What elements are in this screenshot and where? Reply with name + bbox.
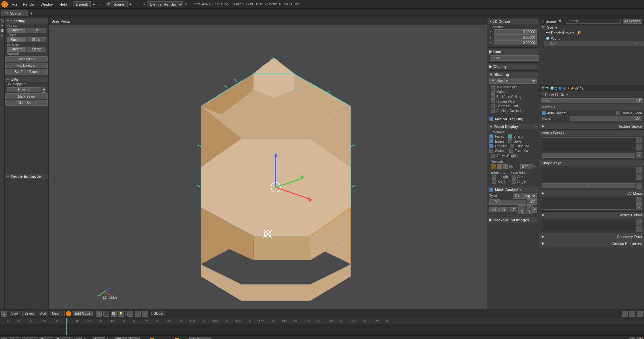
viewport-render-icon[interactable] bbox=[66, 311, 71, 316]
axis-check-icon[interactable]: ✓ bbox=[533, 207, 537, 213]
area-chk[interactable] bbox=[512, 175, 516, 179]
end-frame-input[interactable] bbox=[115, 337, 127, 339]
render-engine-select[interactable]: Blender Render bbox=[147, 1, 183, 7]
double-sided-chk[interactable] bbox=[616, 111, 620, 115]
display-header[interactable]: ▶ Display bbox=[488, 64, 538, 69]
bevel-overlay-chk[interactable] bbox=[508, 139, 512, 143]
play-btn[interactable]: ▶ bbox=[168, 338, 172, 339]
props-physics-icon[interactable]: ⚡ bbox=[570, 86, 574, 90]
menu-file[interactable]: File bbox=[9, 2, 20, 7]
facema-overlay-chk[interactable] bbox=[509, 149, 513, 153]
depth-of-field-chk[interactable] bbox=[491, 104, 495, 108]
seams-overlay-chk[interactable] bbox=[489, 149, 493, 153]
texture-btn[interactable]: 🖼 bbox=[111, 311, 117, 317]
edges-smooth-btn[interactable]: Smooth bbox=[7, 37, 26, 42]
angle2-chk[interactable] bbox=[512, 179, 516, 184]
props-modifiers-icon[interactable]: 🔧 bbox=[580, 86, 584, 90]
sk-slider[interactable]: — bbox=[542, 183, 635, 188]
hidden-wire-chk[interactable] bbox=[491, 99, 495, 103]
mesh-analysis-chk[interactable] bbox=[489, 188, 493, 192]
uv-maps-header[interactable]: ▶ UV Maps bbox=[539, 190, 644, 196]
scene-tab-close[interactable]: × bbox=[22, 12, 24, 15]
marker-btn[interactable]: Marker bbox=[22, 337, 38, 339]
sk-minus-btn[interactable]: - bbox=[636, 183, 642, 189]
solid-btn[interactable]: ⬛ bbox=[103, 311, 109, 317]
remove-vc-btn[interactable]: - bbox=[636, 226, 642, 232]
edit-mode-btn[interactable]: Edit Mode bbox=[73, 311, 93, 316]
proportional-icon[interactable]: ○ bbox=[142, 311, 148, 317]
motion-tracking-title[interactable]: Motion Tracking bbox=[495, 117, 523, 121]
lock-icon[interactable]: 🔒 bbox=[76, 337, 82, 339]
unwrap-btn[interactable]: Unwrap bbox=[7, 87, 41, 92]
play-reverse-btn[interactable]: ◀ bbox=[157, 338, 161, 339]
set-from-faces-btn[interactable]: Set From Faces bbox=[5, 69, 48, 75]
cube-eye-icon[interactable]: 👁 bbox=[635, 42, 638, 45]
props-constraints-icon[interactable]: 🔗 bbox=[575, 86, 579, 90]
scene-row[interactable]: 🎬 Scene bbox=[539, 25, 644, 30]
current-frame-input[interactable] bbox=[128, 337, 140, 339]
props-material-icon[interactable]: 🔵 bbox=[558, 86, 562, 90]
props-mesh-icon[interactable]: ◻ bbox=[555, 86, 557, 90]
edges-sharp-btn[interactable]: Sharp bbox=[27, 37, 47, 42]
outliner-search-input[interactable] bbox=[566, 19, 621, 24]
stop-btn[interactable]: ⏹ bbox=[162, 338, 167, 339]
flip-direction-btn[interactable]: Flip Direction bbox=[5, 63, 48, 68]
timeline-playhead[interactable] bbox=[66, 318, 67, 324]
menu-help[interactable]: Help bbox=[57, 2, 69, 7]
shape-keys-header[interactable]: Shape Keys bbox=[539, 160, 644, 166]
recalculate-btn[interactable]: Recalculate bbox=[5, 56, 48, 62]
item-name-input[interactable] bbox=[490, 55, 539, 61]
props-scene-icon[interactable]: 🎬 bbox=[540, 86, 545, 90]
vertices-smooth-btn[interactable]: Smooth bbox=[7, 47, 26, 52]
unwrap-dropdown[interactable]: ▾ bbox=[42, 87, 46, 93]
normals-section-header[interactable]: Normals bbox=[539, 104, 644, 110]
add-shape-key-btn[interactable]: + bbox=[636, 167, 642, 173]
length-chk[interactable] bbox=[492, 175, 496, 179]
playback-btn[interactable]: Playback bbox=[55, 337, 73, 339]
cube-render-icon[interactable]: ◻ bbox=[640, 42, 642, 45]
type-select[interactable]: Overhang bbox=[513, 193, 537, 199]
timeline-track[interactable] bbox=[0, 324, 644, 335]
vg-minus-btn[interactable]: - bbox=[636, 152, 642, 158]
manip-icon[interactable] bbox=[127, 311, 133, 317]
multitexture-select[interactable]: Multitexture bbox=[489, 78, 537, 84]
props-texture-icon[interactable]: 🖼 bbox=[563, 86, 566, 90]
edges-overlay-chk[interactable] bbox=[489, 139, 493, 143]
range-max-val[interactable]: 45° bbox=[527, 199, 537, 205]
custom-properties-header[interactable]: ▶ Custom Properties bbox=[539, 240, 644, 247]
rotate-icon[interactable] bbox=[629, 311, 635, 317]
props-particles-icon[interactable]: ✦ bbox=[567, 86, 570, 90]
uvs-panel-title[interactable]: ▼ UVs bbox=[5, 77, 48, 82]
frame-btn[interactable]: Frame bbox=[39, 337, 53, 339]
geometry-data-header[interactable]: ▶ Geometry Data bbox=[539, 233, 644, 240]
jump-start-btn[interactable]: ⏮ bbox=[143, 338, 148, 339]
z-value[interactable]: 0.00000 bbox=[494, 40, 537, 45]
range-slider[interactable] bbox=[500, 200, 526, 205]
item-header[interactable]: ▶ Item bbox=[488, 49, 538, 55]
ambient-occlusion-chk[interactable] bbox=[491, 109, 495, 113]
add-uv-map-btn[interactable]: + bbox=[636, 197, 642, 204]
tools-icon[interactable]: 🔧 bbox=[0, 19, 4, 23]
menu-render[interactable]: Render bbox=[21, 2, 37, 7]
sync-select[interactable]: No Sync bbox=[189, 337, 211, 339]
vertices-sharp-btn[interactable]: Sharp bbox=[27, 47, 47, 52]
motion-tracking-chk[interactable] bbox=[489, 117, 493, 121]
background-images-header[interactable]: ▶ Background Images bbox=[488, 217, 538, 223]
normals-btn2[interactable] bbox=[497, 164, 502, 169]
menu-window[interactable]: Window bbox=[39, 2, 56, 7]
keys-icon[interactable]: 🔑 bbox=[637, 337, 643, 339]
view-pb-btn[interactable]: View bbox=[9, 337, 21, 339]
backface-culling-chk[interactable] bbox=[491, 94, 495, 99]
normals-btn1[interactable] bbox=[491, 164, 496, 169]
toggle-editmode-title[interactable]: ▼ Toggle Editmode ⋯ bbox=[5, 174, 48, 179]
viewport-type-icon[interactable]: 🖥 bbox=[1, 311, 7, 317]
add-btn[interactable]: Add bbox=[38, 311, 48, 316]
shading-header[interactable]: ▼ Shading bbox=[488, 72, 538, 77]
shading-panel-title[interactable]: ▼ Shading bbox=[5, 18, 48, 24]
auto-smooth-chk[interactable] bbox=[542, 111, 546, 115]
world-row[interactable]: 🌍 World bbox=[544, 36, 644, 41]
creases-overlay-chk[interactable] bbox=[489, 144, 493, 148]
plus-y-btn[interactable]: +Y bbox=[499, 207, 508, 212]
render-preview-btn[interactable]: 💡 bbox=[118, 311, 124, 317]
normals-size-value[interactable]: 0.10 bbox=[520, 164, 533, 169]
